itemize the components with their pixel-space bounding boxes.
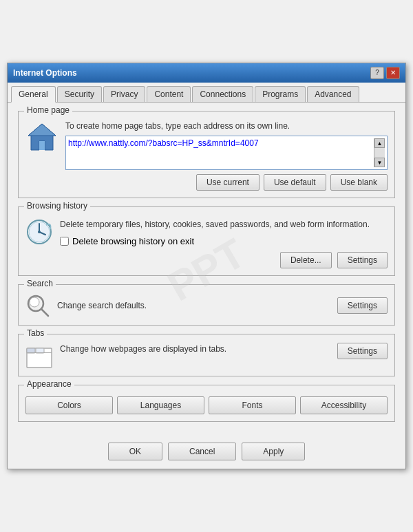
- delete-on-exit-checkbox[interactable]: [60, 237, 69, 246]
- homepage-inner: To create home page tabs, type each addr…: [25, 120, 388, 191]
- appearance-buttons: Colors Languages Fonts Accessibility: [25, 396, 388, 414]
- apply-button[interactable]: Apply: [242, 443, 305, 460]
- tab-programs[interactable]: Programs: [255, 86, 306, 102]
- browsing-description: Delete temporary files, history, cookies…: [60, 218, 388, 231]
- search-section: Search Change search defaults. Settings: [18, 284, 395, 326]
- tabs-section-inner: Change how webpages are displayed in tab…: [25, 343, 388, 369]
- title-bar: Internet Options ? ✕: [8, 63, 405, 83]
- help-button[interactable]: ?: [370, 67, 384, 79]
- svg-rect-1: [39, 141, 45, 150]
- svg-point-10: [30, 297, 39, 307]
- browsing-inner: Delete temporary files, history, cookies…: [25, 218, 388, 268]
- languages-button[interactable]: Languages: [117, 396, 204, 414]
- colors-button[interactable]: Colors: [25, 396, 113, 414]
- delete-button[interactable]: Delete...: [280, 252, 332, 268]
- tab-security[interactable]: Security: [57, 86, 102, 102]
- search-inner: Change search defaults. Settings: [25, 293, 388, 318]
- home-icon: [25, 120, 59, 153]
- homepage-section-title: Home page: [24, 105, 72, 115]
- appearance-section: Appearance Colors Languages Fonts Access…: [18, 385, 395, 422]
- tabs-bar: General Security Privacy Content Connect…: [8, 83, 405, 103]
- svg-line-9: [41, 309, 48, 316]
- svg-rect-12: [27, 348, 35, 353]
- search-description: Change search defaults.: [57, 301, 330, 310]
- search-icon: [25, 293, 50, 318]
- tab-advanced[interactable]: Advanced: [307, 86, 359, 102]
- cancel-button[interactable]: Cancel: [168, 443, 236, 460]
- tabs-section-title: Tabs: [24, 328, 47, 338]
- tab-privacy[interactable]: Privacy: [103, 86, 145, 102]
- bottom-buttons: OK Cancel Apply: [8, 437, 405, 469]
- homepage-buttons: Use current Use default Use blank: [65, 174, 388, 191]
- title-bar-buttons: ? ✕: [370, 67, 400, 79]
- browsing-right: Delete temporary files, history, cookies…: [60, 218, 388, 268]
- homepage-hint: To create home page tabs, type each addr…: [65, 120, 388, 132]
- tab-connections[interactable]: Connections: [192, 86, 253, 102]
- tab-general[interactable]: General: [11, 86, 56, 103]
- delete-on-exit-label: Delete browsing history on exit: [72, 236, 194, 246]
- window-title: Internet Options: [13, 68, 77, 78]
- tabs-section: Tabs Change how webpages are displayed i…: [18, 334, 395, 376]
- internet-options-dialog: Internet Options ? ✕ General Security Pr…: [7, 63, 406, 470]
- url-scrollbar[interactable]: ▲ ▼: [374, 138, 385, 167]
- delete-on-exit-row: Delete browsing history on exit: [60, 236, 388, 246]
- svg-point-7: [38, 231, 41, 233]
- scroll-down-arrow[interactable]: ▼: [374, 158, 385, 167]
- search-section-title: Search: [24, 279, 56, 288]
- tabs-icon: [25, 343, 53, 369]
- tab-content[interactable]: Content: [147, 86, 191, 102]
- appearance-section-title: Appearance: [24, 379, 74, 389]
- browsing-settings-button[interactable]: Settings: [337, 252, 388, 268]
- tabs-description: Change how webpages are displayed in tab…: [60, 343, 330, 355]
- tabs-settings-button[interactable]: Settings: [337, 343, 388, 359]
- scroll-up-arrow[interactable]: ▲: [374, 138, 385, 148]
- use-default-button[interactable]: Use default: [264, 174, 326, 191]
- browsing-history-section: Browsing history Delete temporary files,…: [18, 206, 395, 276]
- close-button[interactable]: ✕: [386, 67, 400, 79]
- homepage-url-input[interactable]: http://www.nattly.com/?babsrc=HP_ss&mntr…: [68, 138, 374, 167]
- search-settings-button[interactable]: Settings: [337, 297, 388, 314]
- browsing-history-buttons: Delete... Settings: [60, 252, 388, 268]
- browsing-history-title: Browsing history: [24, 201, 90, 211]
- svg-rect-14: [27, 352, 52, 353]
- homepage-right: To create home page tabs, type each addr…: [65, 120, 388, 191]
- svg-rect-13: [36, 348, 44, 353]
- use-current-button[interactable]: Use current: [196, 174, 260, 191]
- ok-button[interactable]: OK: [108, 443, 162, 460]
- fonts-button[interactable]: Fonts: [209, 396, 296, 414]
- accessibility-button[interactable]: Accessibility: [300, 396, 388, 414]
- homepage-section: Home page To create home page tabs, type…: [18, 111, 395, 199]
- use-blank-button[interactable]: Use blank: [330, 174, 388, 191]
- main-content: PPT Home page To create home page tabs, …: [8, 103, 405, 438]
- clock-icon: [25, 218, 53, 246]
- svg-marker-2: [28, 124, 56, 136]
- url-box: http://www.nattly.com/?babsrc=HP_ss&mntr…: [65, 136, 388, 170]
